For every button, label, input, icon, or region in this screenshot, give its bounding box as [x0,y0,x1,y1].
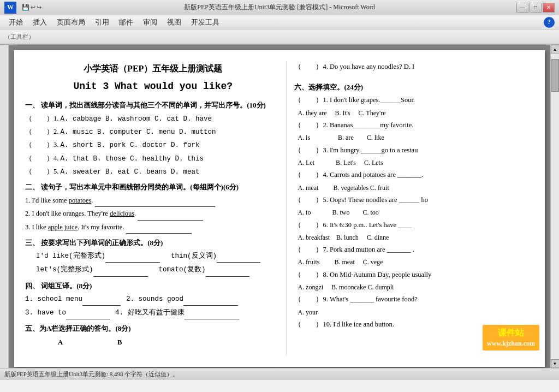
rq2-choice: A. is B. are C. like [298,132,528,143]
watermark-line2: www.kjzhan.com [487,339,535,348]
rq6: （ ）6. It's 6:30 p.m.. Let's have ____ [294,219,528,231]
rq5-choice: A. to B. two C. too [298,207,528,218]
right-top-placeholder: （ ）4. Do you have any noodles? D. I [294,61,528,73]
rq9-choice: A. your [298,307,528,318]
menu-kaishi[interactable]: 开始 [4,16,27,28]
rq5: （ ）5. Oops! These noodles are ______ ho [294,194,528,206]
close-button[interactable]: ✕ [543,3,555,13]
word-icon: W [4,2,16,14]
section4-header: 四、 词组互译。(8分) [25,280,281,292]
scroll-down-button[interactable]: ▼ [551,359,560,368]
rq9: （ ）9. What's _______ favourite food? [294,294,528,305]
rq4-choice: A. meat B. vegetables C. fruit [298,182,528,193]
menu-charu[interactable]: 插入 [28,16,51,28]
rq7: （ ）7. Pork and mutton are _______ . [294,244,528,256]
menu-yinyong[interactable]: 引用 [91,16,114,28]
rq4: （ ）4. Carrots and potatoes are _______. [294,169,528,181]
q1-2: （ ）2. A. music B. computer C. menu D. mu… [25,126,281,138]
q1-1: （ ）1. A. cabbage B. washroom C. cat D. h… [25,113,281,125]
menu-shenhe[interactable]: 审阅 [139,16,162,28]
col-b-label: B [117,337,122,348]
q1-5: （ ）5. A. sweater B. eat C. beans D. meat [25,166,281,178]
doc-title: 小学英语（PEP）五年级上册测试题 [25,61,281,76]
section1-header: 一、 读单词，找出画线部分读音与其他三个不同的单词，并写出序号。(10分) [25,99,281,111]
ribbon-label: （工具栏） [4,33,34,41]
rq7-choice: A. fruits B. meat C. vege [298,257,528,268]
title-bar: W 💾 ↩ ↪ 新版PEP英语五年级上册Unit3单元测验 [兼容模式] - M… [0,0,559,15]
menu-shitu[interactable]: 视图 [163,16,186,28]
vertical-scrollbar[interactable]: ▲ ▼ [550,45,559,368]
doc-subtitle: Unit 3 What would you like? [25,78,281,95]
rq6-choice: A. breakfast B. lunch C. dinne [298,232,528,243]
scroll-thumb[interactable] [551,59,559,92]
rq8-choice: A. zongzi B. mooncake C. dumpli [298,282,528,293]
scroll-up-button[interactable]: ▲ [551,45,560,54]
status-bar: 新版PEP英语五年级上册Unit3单元测验: 8,498 个字符（近似值）。 [0,368,559,380]
q2-2: 2. I don't like oranges. They're delicio… [25,208,281,220]
rq3: （ ）3. I'm hungry.______go to a restau [294,145,528,156]
q2-1: 1. I'd like some potatoes. [25,195,281,207]
doc-area: 小学英语（PEP）五年级上册测试题 Unit 3 What would you … [0,45,559,368]
section3-header: 三、 按要求写出下列单词的正确形式。(8分) [25,237,281,249]
section4-row1: 1. school menu 2. sounds good [25,294,281,306]
rq8: （ ）8. On Mid-Autumn Day, people usually [294,269,528,281]
left-column: 小学英语（PEP）五年级上册测试题 Unit 3 What would you … [25,61,287,356]
right-column: （ ）4. Do you have any noodles? D. I 六、选择… [287,61,528,356]
menu-youjian[interactable]: 邮件 [115,16,138,28]
q1-3: （ ）3. A. short B. pork C. doctor D. fork [25,139,281,151]
watermark-line1: 课件站 [487,327,535,339]
maximize-button[interactable]: □ [530,3,542,13]
quick-redo[interactable]: ↪ [37,4,41,11]
status-text: 新版PEP英语五年级上册Unit3单元测验: 8,498 个字符（近似值）。 [4,370,179,378]
rq1: （ ）1. I don't like grapes.______Sour. [294,94,528,106]
section2-header: 二、 读句子，写出本单元中和画线部分同类的单词。(每组两个)(6分) [25,181,281,193]
quick-undo[interactable]: ↩ [31,4,35,11]
section5-header: 五、为A栏选择正确的答句。(8分) [25,323,281,335]
section5-cols: A B [58,337,281,348]
ribbon: （工具栏） [0,29,559,45]
vertical-ruler [0,45,9,368]
help-button[interactable]: ? [544,17,555,28]
section3-row1: I'd like(完整形式) thin(反义词) [36,251,281,263]
title-bar-buttons: — □ ✕ [516,3,555,13]
rq1-choice: A. they are B. It's C. They're [298,108,528,118]
col-a-label: A [58,337,63,348]
quick-save[interactable]: 💾 [22,4,29,11]
page-wrapper[interactable]: 小学英语（PEP）五年级上册测试题 Unit 3 What would you … [9,45,550,368]
title-bar-title: 新版PEP英语五年级上册Unit3单元测验 [兼容模式] - Microsoft… [184,3,374,12]
section6-header: 六、选择填空。(24分) [294,81,528,93]
watermark: 课件站 www.kjzhan.com [483,325,539,351]
section4-row2: 3. have to 4. 好吃又有益于健康 [25,307,281,319]
title-bar-left: W 💾 ↩ ↪ [4,2,41,14]
rq3-choice: A. Let B. Let's C. Lets [298,157,528,168]
menu-kaifagongju[interactable]: 开发工具 [187,16,224,28]
scroll-track[interactable] [551,54,559,359]
menu-bar: 开始 插入 页面布局 引用 邮件 审阅 视图 开发工具 ? [0,15,559,29]
menu-yemian[interactable]: 页面布局 [52,16,90,28]
section3-row2: let's(完整形式) tomato(复数) [36,264,281,276]
rq2: （ ）2. Bananas________my favorite. [294,120,528,131]
minimize-button[interactable]: — [516,3,528,13]
page: 小学英语（PEP）五年级上册测试题 Unit 3 What would you … [14,50,545,367]
q2-3: 3. I like apple juice. It's my favorite. [25,222,281,234]
q1-4: （ ）4. A. that B. those C. healthy D. thi… [25,153,281,165]
